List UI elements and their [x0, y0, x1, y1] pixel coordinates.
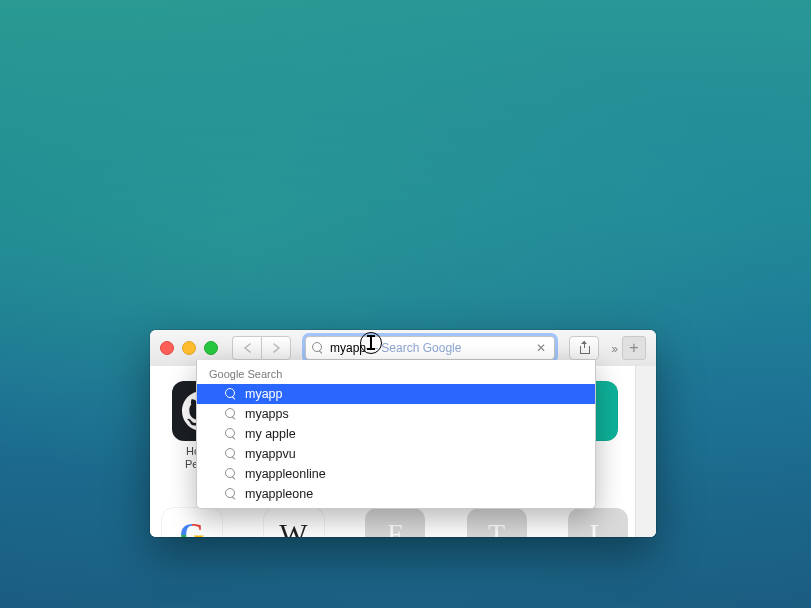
suggestion-item[interactable]: myapps	[197, 404, 595, 424]
favorites-row-2: G W F T L	[162, 508, 628, 537]
suggestion-item[interactable]: my apple	[197, 424, 595, 444]
share-icon	[579, 343, 589, 353]
suggestion-item[interactable]: myappleonline	[197, 464, 595, 484]
search-icon	[225, 488, 237, 500]
safari-window: myapp — Search Google ✕ ›› + HomelP	[150, 330, 656, 537]
toolbar-overflow-button[interactable]: ››	[611, 341, 616, 356]
suggestion-item[interactable]: myapp	[197, 384, 595, 404]
address-bar[interactable]: myapp — Search Google ✕	[305, 336, 555, 360]
close-window-button[interactable]	[160, 341, 174, 355]
search-icon	[225, 388, 237, 400]
google-icon: G	[180, 516, 205, 538]
search-icon	[225, 448, 237, 460]
wikipedia-icon: W	[279, 517, 307, 537]
zoom-window-button[interactable]	[204, 341, 218, 355]
search-icon	[225, 428, 237, 440]
back-button[interactable]	[232, 336, 261, 360]
search-icon	[225, 408, 237, 420]
favorite-google[interactable]: G	[162, 508, 222, 537]
search-icon	[312, 342, 324, 354]
new-tab-button[interactable]: +	[622, 336, 646, 360]
dropdown-header: Google Search	[197, 364, 595, 384]
address-bar-text: myapp	[330, 341, 366, 355]
suggestion-item[interactable]: myappvu	[197, 444, 595, 464]
favorite-letter-t[interactable]: T	[467, 508, 527, 537]
share-button[interactable]	[569, 336, 599, 360]
traffic-lights	[160, 341, 218, 355]
clear-input-button[interactable]: ✕	[534, 341, 548, 355]
nav-buttons	[232, 336, 291, 360]
address-bar-placeholder: — Search Google	[366, 341, 461, 355]
favorite-letter-f[interactable]: F	[365, 508, 425, 537]
favorite-letter-l[interactable]: L	[568, 508, 628, 537]
desktop-wallpaper: myapp — Search Google ✕ ›› + HomelP	[0, 0, 811, 608]
favorite-wikipedia[interactable]: W	[264, 508, 324, 537]
window-right-edge	[635, 366, 656, 537]
search-icon	[225, 468, 237, 480]
minimize-window-button[interactable]	[182, 341, 196, 355]
suggestion-item[interactable]: myappleone	[197, 484, 595, 504]
search-suggestions-dropdown: Google Search myapp myapps my apple myap…	[196, 360, 596, 509]
forward-button[interactable]	[261, 336, 291, 360]
